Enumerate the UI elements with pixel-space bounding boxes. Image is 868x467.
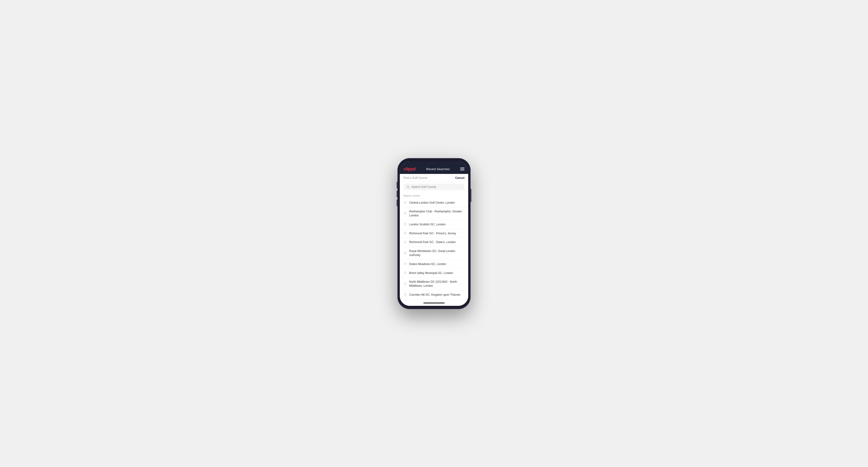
location-pin-icon [404,232,407,235]
svg-point-10 [405,283,406,284]
svg-point-3 [405,213,406,214]
phone-wrapper: clippd Recent Searches Find a Golf Cours… [397,158,471,309]
location-pin-icon [404,241,407,244]
course-list-item[interactable]: Richmond Park GC - Prince's, Surrey [400,229,468,238]
location-pin-icon [404,223,407,226]
course-name: Coombe Hill GC, Kingston upon Thames [409,293,460,297]
cancel-button[interactable]: Cancel [455,176,464,180]
svg-point-6 [405,242,406,242]
course-name: Brent Valley Municipal GC, London [409,271,453,275]
courses-section: Nearby courses Central London Golf Centr… [400,192,468,301]
hamburger-line-2 [460,169,464,169]
phone-screen: clippd Recent Searches Find a Golf Cours… [400,161,468,306]
location-pin-icon [404,212,407,215]
app-logo: clippd [404,166,415,172]
hamburger-line-3 [460,170,464,170]
search-icon [406,185,410,189]
location-pin-icon [404,252,407,255]
course-list-item[interactable]: London Scottish GC, London [400,220,468,229]
svg-point-11 [405,294,406,295]
course-name: Central London Golf Centre, London [409,201,455,205]
menu-button[interactable] [460,167,464,170]
course-list-item[interactable]: Roehampton Club - Roehampton, Greater Lo… [400,207,468,220]
svg-line-1 [409,187,409,188]
home-indicator [400,301,468,306]
search-input[interactable] [411,185,462,189]
location-pin-icon [404,262,407,266]
course-name: Royal Wimbledon GC, Great London Authori… [409,249,464,257]
app-header: clippd Recent Searches [400,165,468,174]
svg-point-4 [405,224,406,224]
svg-point-8 [405,263,406,264]
svg-point-2 [405,202,406,203]
svg-point-0 [407,186,409,188]
course-name: Richmond Park GC - Prince's, Surrey [409,231,456,236]
course-list-item[interactable]: Brent Valley Municipal GC, London [400,269,468,278]
course-list-item[interactable]: Dukes Meadows GC, London [400,260,468,269]
search-input-wrapper [404,184,464,190]
courses-list: Central London Golf Centre, London Roeha… [400,198,468,300]
status-bar [400,161,468,165]
home-bar [423,303,445,304]
course-name: Dukes Meadows GC, London [409,262,446,266]
search-container [400,182,468,192]
svg-point-7 [405,252,406,253]
course-name: North Middlesex GC (1011942 - North Midd… [409,280,464,288]
course-list-item[interactable]: North Middlesex GC (1011942 - North Midd… [400,278,468,290]
location-pin-icon [404,293,407,297]
find-label: Find a Golf Course [404,176,427,180]
location-pin-icon [404,282,407,285]
location-pin-icon [404,201,407,205]
hamburger-line-1 [460,167,464,168]
course-list-item[interactable]: Royal Wimbledon GC, Great London Authori… [400,247,468,260]
power-button [471,189,471,202]
course-name: Roehampton Club - Roehampton, Greater Lo… [409,210,464,218]
nearby-section-label: Nearby courses [400,192,468,198]
course-list-item[interactable]: Richmond Park GC - Duke's, London [400,238,468,247]
course-list-item[interactable]: Coombe Hill GC, Kingston upon Thames [400,290,468,300]
svg-point-9 [405,272,406,273]
volume-down-button [397,191,397,197]
silent-switch [397,199,397,206]
header-title: Recent Searches [426,167,450,171]
svg-point-5 [405,233,406,234]
course-list-item[interactable]: Central London Golf Centre, London [400,198,468,208]
course-name: Richmond Park GC - Duke's, London [409,240,456,244]
course-name: London Scottish GC, London [409,222,445,226]
find-bar: Find a Golf Course Cancel [400,174,468,182]
volume-up-button [397,182,397,188]
location-pin-icon [404,271,407,275]
